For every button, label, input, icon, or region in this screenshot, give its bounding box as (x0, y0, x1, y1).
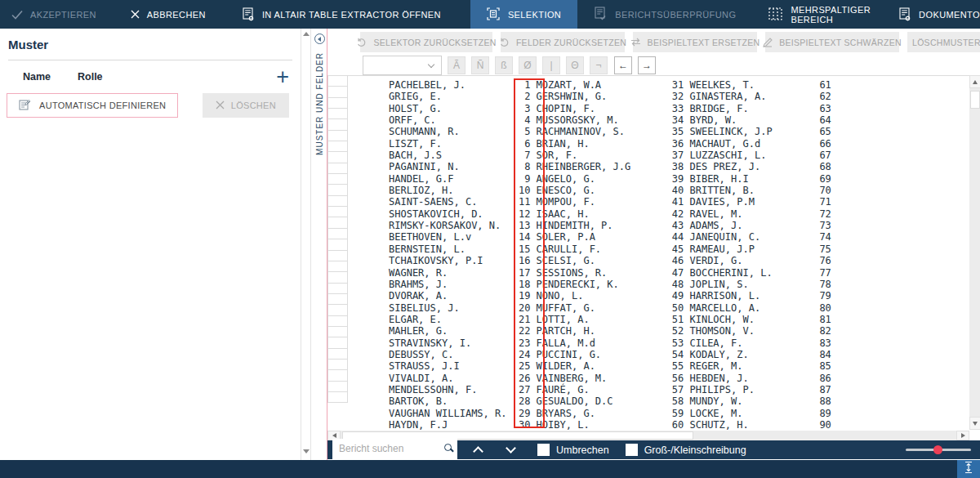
muster-list-header: Name Rolle + (0, 60, 301, 85)
top-toolbar: AKZEPTIEREN ABBRECHEN IN ALTAIR TABLE EX… (0, 0, 980, 29)
sidebar-scrollbar[interactable] (301, 29, 311, 460)
reset-fields-label: FELDER ZURÜCKSETZEN (516, 38, 626, 47)
delete-x-icon (216, 101, 225, 111)
trap-type-dropdown[interactable] (363, 56, 442, 75)
clear-trap-menu-button[interactable]: LÖSCHMUSTER (907, 32, 980, 52)
trap-char-button[interactable]: Ã (448, 56, 466, 74)
reset-selector-button[interactable]: SELEKTOR ZURÜCKSETZEN (360, 32, 492, 52)
trap-char-button[interactable]: ß (495, 56, 513, 74)
document-options-icon (898, 7, 911, 21)
trap-char-button[interactable]: ¬ (590, 56, 608, 74)
tab-berichtsueberpruefung-label: BERICHTSÜBERPRÜFUNG (615, 10, 736, 20)
scroll-right-button[interactable] (956, 431, 969, 440)
chevron-down-icon (506, 443, 516, 453)
auto-define-icon (19, 99, 32, 113)
reset-selector-label: SELEKTOR ZURÜCKSETZEN (373, 38, 496, 47)
auto-define-button[interactable]: AUTOMATISCH DEFINIEREN (7, 93, 178, 118)
open-table-extractor-button[interactable]: IN ALTAIR TABLE EXTRACTOR ÖFFNEN (230, 0, 452, 29)
tab-dokumentoptionen-label: DOKUMENTOPTIONEN (919, 10, 980, 20)
report-search-bar: Umbrechen Groß-/Kleinschreibung (327, 440, 980, 459)
trap-char-button[interactable]: Θ (566, 56, 584, 74)
accept-button[interactable]: AKZEPTIEREN (0, 0, 108, 29)
wrap-checkbox-group[interactable]: Umbrechen (537, 444, 609, 456)
column-header-name: Name (23, 71, 78, 83)
muster-und-felder-strip: MUSTER UND FELDER (312, 29, 327, 460)
trap-nav-button[interactable]: ← (614, 56, 632, 74)
replace-sample-text-button[interactable]: BEISPIELTEXT ERSETZEN (633, 32, 757, 52)
tab-selektion-label: SELEKTION (508, 10, 561, 20)
accept-label: AKZEPTIEREN (30, 10, 96, 20)
wrap-checkbox[interactable] (537, 444, 550, 456)
trap-toolbar: ÃÑßØ|Θ¬ ←→ (363, 56, 656, 75)
vertical-scroll-thumb[interactable] (970, 91, 980, 109)
delete-muster-label: LÖSCHEN (231, 101, 276, 110)
search-input[interactable] (332, 439, 457, 459)
pencil-icon (763, 38, 773, 47)
open-table-extractor-label: IN ALTAIR TABLE EXTRACTOR ÖFFNEN (262, 10, 441, 20)
tab-dokumentoptionen[interactable]: DOKUMENTOPTIONEN (887, 0, 980, 29)
add-muster-button[interactable]: + (276, 69, 289, 85)
trap-nav-buttons: ←→ (614, 56, 656, 74)
chevron-down-icon (428, 60, 434, 67)
trap-char-button[interactable]: | (542, 56, 560, 74)
undo-icon (356, 38, 367, 47)
trap-nav-button[interactable]: → (638, 56, 656, 74)
muster-panel: Muster Name Rolle + AUTOMATISCH DEFINIER… (0, 29, 301, 460)
document-check-icon (594, 7, 607, 22)
right-arrow-icon (961, 433, 965, 438)
status-bar (0, 460, 980, 478)
scroll-up-button[interactable] (969, 75, 980, 88)
fit-height-icon (963, 461, 974, 477)
report-vertical-scrollbar[interactable] (969, 75, 980, 430)
down-arrow-icon (973, 422, 978, 426)
selection-frame-icon (487, 7, 500, 22)
document-gear-icon (242, 7, 255, 21)
close-icon (131, 10, 140, 19)
report-panel: SELEKTOR ZURÜCKSETZEN FELDER ZURÜCKSETZE… (327, 29, 980, 460)
case-label: Groß-/Kleinschreibung (644, 444, 746, 456)
replace-sample-text-label: BEISPIELTEXT ERSETZEN (648, 38, 760, 47)
case-checkbox-group[interactable]: Groß-/Kleinschreibung (626, 444, 746, 456)
redact-sample-text-label: BEISPIELTEXT SCHWÄRZEN (779, 38, 902, 47)
cancel-button[interactable]: ABBRECHEN (119, 0, 217, 29)
trap-char-button[interactable]: Ø (519, 56, 537, 74)
tab-selektion[interactable]: SELEKTION (470, 0, 577, 29)
search-box (332, 439, 457, 459)
trap-char-button[interactable]: Ñ (471, 56, 489, 74)
tab-berichtsueberpruefung[interactable]: BERICHTSÜBERPRÜFUNG (577, 0, 752, 29)
search-previous-button[interactable] (466, 444, 490, 455)
up-arrow-icon (973, 80, 978, 84)
wrap-label: Umbrechen (556, 444, 609, 456)
zoom-slider-thumb[interactable] (933, 445, 942, 454)
check-icon (11, 10, 23, 20)
auto-define-label: AUTOMATISCH DEFINIEREN (39, 101, 166, 110)
tab-mehrspaltiger-bereich[interactable]: MEHRSPALTIGER BEREICH (752, 0, 887, 29)
cancel-label: ABBRECHEN (147, 10, 206, 20)
case-checkbox[interactable] (626, 444, 638, 456)
column-header-rolle: Rolle (78, 71, 103, 83)
scroll-up-arrow-icon[interactable] (303, 32, 310, 36)
chevron-up-icon (473, 446, 483, 457)
strip-tab-label[interactable]: MUSTER UND FELDER (315, 52, 324, 155)
search-icon (444, 444, 452, 451)
report-view: PACHELBEL, J. 1 MOZART, W.A 31 WEELKES, … (327, 75, 969, 430)
collapse-panel-icon[interactable] (314, 34, 325, 44)
tab-mehrspaltiger-bereich-label: MEHRSPALTIGER BEREICH (791, 5, 871, 25)
scroll-down-button[interactable] (969, 417, 980, 430)
muster-actions-row: AUTOMATISCH DEFINIEREN LÖSCHEN (7, 93, 294, 118)
reset-fields-button[interactable]: FELDER ZURÜCKSETZEN (501, 32, 625, 52)
trap-char-buttons: ÃÑßØ|Θ¬ (448, 56, 608, 74)
scroll-down-arrow-icon[interactable] (303, 449, 310, 453)
delete-muster-button[interactable]: LÖSCHEN (203, 93, 289, 118)
panel-title: Muster (0, 29, 301, 51)
left-arrow-icon (332, 433, 336, 438)
redact-sample-text-button[interactable]: BEISPIELTEXT SCHWÄRZEN (765, 32, 899, 52)
collapse-arrow (318, 37, 321, 42)
zoom-slider[interactable] (906, 449, 971, 451)
search-next-button[interactable] (498, 448, 523, 452)
multi-column-area-icon (768, 7, 782, 22)
fit-height-button[interactable] (957, 460, 980, 478)
report-text[interactable]: PACHELBEL, J. 1 MOZART, W.A 31 WEELKES, … (327, 77, 831, 430)
clear-trap-label: LÖSCHMUSTER (912, 38, 980, 47)
replace-icon (630, 38, 641, 47)
